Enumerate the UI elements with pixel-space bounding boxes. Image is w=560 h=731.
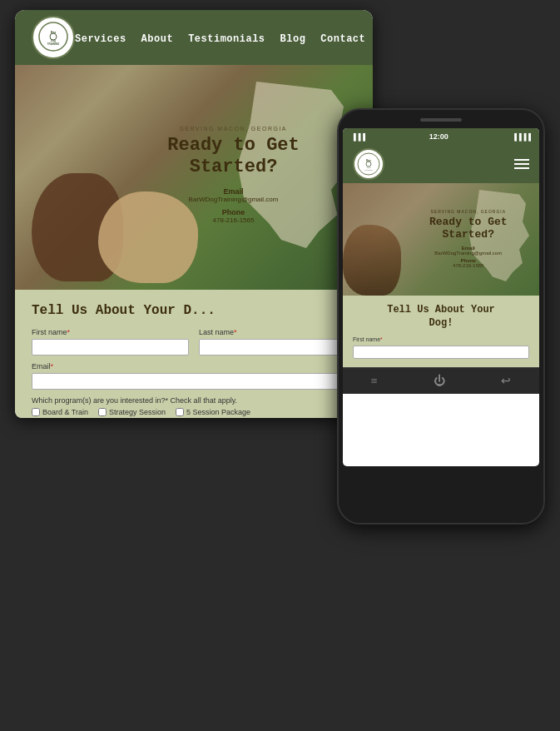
hero-title: Ready to Get Started? bbox=[167, 135, 299, 179]
mobile-time: 12:00 bbox=[429, 132, 448, 141]
svg-text:TRAINING: TRAINING bbox=[47, 42, 60, 46]
desktop-logo-text: Bar Dog TRAINING bbox=[38, 22, 68, 53]
svg-text:TRAINING: TRAINING bbox=[364, 169, 373, 171]
session-package-checkbox[interactable] bbox=[176, 408, 184, 416]
hero-background: SERVING MACON, GEORGIA Ready to Get Star… bbox=[15, 65, 373, 290]
desktop-logo: Bar Dog TRAINING bbox=[32, 16, 75, 59]
programs-label: Which program(s) are you interested in?*… bbox=[32, 396, 356, 405]
mobile-first-name-label: First name* bbox=[353, 336, 529, 342]
form-email-row: Email* bbox=[32, 362, 356, 390]
strategy-session-option: Strategy Session bbox=[98, 408, 166, 416]
hero-phone-label: Phone bbox=[167, 208, 299, 216]
board-train-checkbox[interactable] bbox=[32, 408, 40, 416]
svg-point-0 bbox=[39, 22, 67, 51]
mobile-mockup: ▐▐▐ 12:00 ▐▐▐▐ Bar Dog TRAINING bbox=[337, 108, 545, 525]
last-name-label: Last name* bbox=[199, 328, 356, 336]
desktop-nav-links: Services About Testimonials Blog Contact bbox=[75, 30, 365, 45]
first-name-field: First name* bbox=[32, 328, 189, 356]
strategy-session-label: Strategy Session bbox=[109, 408, 166, 416]
mobile-back-icon[interactable]: ≡ bbox=[371, 375, 378, 388]
mobile-home-icon[interactable]: ⏻ bbox=[434, 375, 445, 388]
programs-section: Which program(s) are you interested in?*… bbox=[32, 396, 356, 416]
email-label: Email* bbox=[32, 362, 356, 370]
mobile-dog-silhouette bbox=[343, 225, 401, 296]
nav-link-services[interactable]: Services bbox=[75, 33, 126, 45]
mobile-nav: Bar Dog TRAINING bbox=[343, 145, 539, 183]
nav-link-blog[interactable]: Blog bbox=[280, 33, 306, 45]
hero-email-label: Email bbox=[167, 187, 299, 196]
session-package-label: 5 Session Package bbox=[186, 408, 250, 416]
email-field: Email* bbox=[32, 362, 356, 390]
desktop-form-section: Tell Us About Your D... First name* Last… bbox=[15, 290, 373, 418]
first-name-input[interactable] bbox=[32, 339, 189, 356]
mobile-phone-value: 478-216-1565 bbox=[429, 263, 508, 268]
mobile-battery: ▐▐▐▐ bbox=[512, 133, 531, 141]
desktop-nav: Bar Dog TRAINING Services About Testimon… bbox=[15, 10, 373, 65]
mobile-hero-title: Ready to Get Started? bbox=[429, 215, 508, 241]
mobile-hero-serving: SERVING MACON, GEORGIA bbox=[429, 208, 508, 213]
strategy-session-checkbox[interactable] bbox=[98, 408, 107, 416]
hamburger-menu[interactable] bbox=[514, 159, 529, 169]
mobile-hero-content: SERVING MACON, GEORGIA Ready to Get Star… bbox=[429, 208, 508, 270]
mobile-form-section: Tell Us About Your Dog! First name* bbox=[343, 296, 539, 367]
mobile-recent-icon[interactable]: ↩ bbox=[501, 374, 511, 388]
checkbox-options: Board & Train Strategy Session 5 Session… bbox=[32, 408, 356, 416]
last-name-field: Last name* bbox=[199, 328, 356, 356]
mobile-signal: ▐▐▐ bbox=[351, 133, 365, 141]
svg-point-5 bbox=[358, 153, 379, 175]
board-train-label: Board & Train bbox=[42, 408, 88, 416]
desktop-hero: SERVING MACON, GEORGIA Ready to Get Star… bbox=[15, 65, 373, 290]
desktop-screen: Bar Dog TRAINING Services About Testimon… bbox=[15, 10, 373, 418]
board-train-option: Board & Train bbox=[32, 408, 88, 416]
last-name-input[interactable] bbox=[199, 339, 356, 356]
mobile-first-name-field: First name* bbox=[353, 336, 529, 359]
nav-link-contact[interactable]: Contact bbox=[320, 33, 365, 45]
form-title: Tell Us About Your D... bbox=[32, 303, 356, 318]
mobile-bottom-bar: ≡ ⏻ ↩ bbox=[343, 367, 539, 394]
hero-phone-value: 478-216-1565 bbox=[167, 216, 299, 224]
hero-serving-text: SERVING MACON, GEORGIA bbox=[167, 126, 299, 132]
mobile-logo: Bar Dog TRAINING bbox=[353, 148, 384, 180]
session-package-option: 5 Session Package bbox=[176, 408, 250, 416]
desktop-mockup: Bar Dog TRAINING Services About Testimon… bbox=[15, 10, 373, 418]
mobile-screen: ▐▐▐ 12:00 ▐▐▐▐ Bar Dog TRAINING bbox=[343, 128, 539, 466]
mobile-status-bar: ▐▐▐ 12:00 ▐▐▐▐ bbox=[343, 128, 539, 145]
email-input[interactable] bbox=[32, 373, 356, 390]
mobile-email-value: BarWDogTraining@gmail.com bbox=[429, 251, 508, 256]
nav-link-testimonials[interactable]: Testimonials bbox=[188, 33, 265, 45]
nav-link-about[interactable]: About bbox=[141, 33, 174, 45]
mobile-first-name-input[interactable] bbox=[353, 346, 529, 359]
mobile-hero: SERVING MACON, GEORGIA Ready to Get Star… bbox=[343, 183, 539, 296]
hero-content: SERVING MACON, GEORGIA Ready to Get Star… bbox=[167, 126, 299, 229]
mobile-hero-background: SERVING MACON, GEORGIA Ready to Get Star… bbox=[343, 183, 539, 296]
mobile-speaker bbox=[420, 118, 462, 122]
hero-email-value: BarWDogTraining@gmail.com bbox=[167, 196, 299, 203]
mobile-form-title: Tell Us About Your Dog! bbox=[353, 304, 529, 330]
first-name-label: First name* bbox=[32, 328, 189, 336]
form-name-row: First name* Last name* bbox=[32, 328, 356, 356]
